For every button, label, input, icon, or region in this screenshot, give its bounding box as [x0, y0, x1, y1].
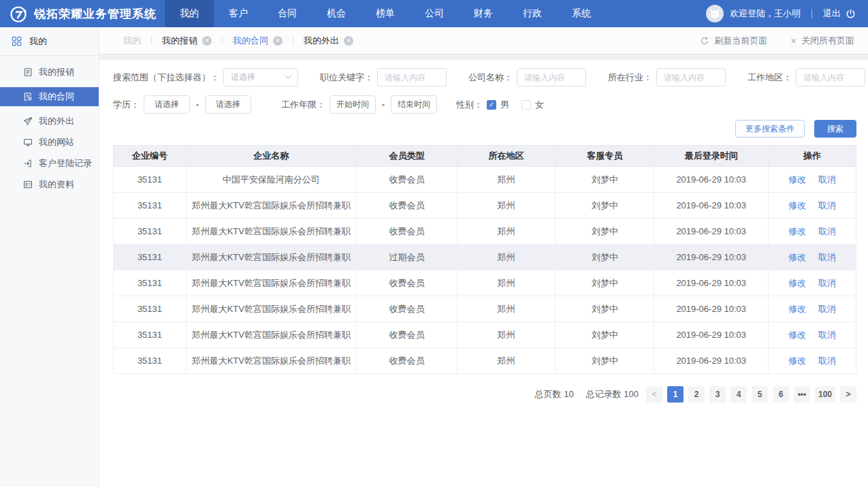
- logout-label: 退出: [823, 7, 841, 20]
- nav-item-3[interactable]: 机会: [312, 0, 361, 27]
- company-label: 公司名称：: [468, 72, 513, 84]
- actions-cell: 修改取消: [769, 167, 856, 193]
- tab-1[interactable]: 我的报销×: [152, 35, 222, 47]
- top-navbar: 锐拓荣耀业务管理系统 我的客户合同机会榜单公司财务行政系统 欢迎登陆，王小明 退…: [0, 0, 868, 27]
- table-row[interactable]: 35131郑州最大KTV乾宫国际娱乐会所招聘兼职收费会员郑州刘梦中2019-06…: [114, 348, 856, 374]
- page-button-4[interactable]: 4: [730, 386, 747, 403]
- total-records: 总记录数 100: [586, 388, 639, 400]
- close-all-button[interactable]: × 关闭所有页面: [790, 35, 854, 47]
- edit-link[interactable]: 修改: [788, 278, 806, 288]
- sidebar-item-0[interactable]: 我的报销: [0, 63, 99, 81]
- member-type-cell: 收费会员: [356, 348, 457, 374]
- edit-link[interactable]: 修改: [788, 330, 806, 340]
- cancel-link[interactable]: 取消: [818, 356, 836, 366]
- keyword-input[interactable]: [377, 68, 447, 87]
- edit-link[interactable]: 修改: [788, 226, 806, 236]
- refresh-icon: [700, 36, 709, 46]
- sidebar-item-1[interactable]: 我的合同: [0, 87, 99, 106]
- tab-3[interactable]: 我的外出×: [293, 35, 364, 47]
- nav-item-6[interactable]: 财务: [459, 0, 508, 27]
- last-login-cell: 2019-06-29 10:03: [654, 167, 769, 193]
- sidebar-item-3[interactable]: 我的网站: [0, 133, 99, 151]
- sidebar-item-2[interactable]: 我的外出: [0, 112, 99, 130]
- education-to-select[interactable]: 请选择: [205, 95, 251, 114]
- industry-input[interactable]: [656, 68, 726, 87]
- education-from-select[interactable]: 请选择: [144, 95, 190, 114]
- actions-cell: 修改取消: [769, 193, 856, 219]
- page-button-2[interactable]: 2: [688, 386, 705, 403]
- tab-actions: 刷新当前页面 × 关闭所有页面: [700, 35, 854, 47]
- prev-page-button[interactable]: <: [646, 386, 662, 403]
- sidebar-menu: 我的报销我的合同我的外出我的网站客户登陆记录我的资料: [0, 56, 99, 193]
- region-input[interactable]: [796, 68, 865, 87]
- nav-item-2[interactable]: 合同: [263, 0, 312, 27]
- nav-item-7[interactable]: 行政: [508, 0, 557, 27]
- tab-2[interactable]: 我的合同×: [223, 35, 293, 47]
- agent-cell: 刘梦中: [556, 348, 654, 374]
- nav-item-4[interactable]: 榜单: [361, 0, 410, 27]
- company-input[interactable]: [517, 68, 586, 87]
- next-page-button[interactable]: >: [840, 386, 856, 403]
- company-id-cell: 35131: [114, 296, 187, 322]
- page-button-1[interactable]: 1: [667, 386, 684, 403]
- content-divider-band: [99, 54, 868, 60]
- tab-label: 我的: [123, 35, 141, 47]
- page-ellipsis-button[interactable]: •••: [794, 386, 810, 403]
- plane-icon: [23, 116, 33, 126]
- end-time-picker[interactable]: 结束时间: [391, 95, 437, 114]
- more-filters-button[interactable]: 更多搜索条件: [735, 120, 805, 138]
- table-row[interactable]: 35131郑州最大KTV乾宫国际娱乐会所招聘兼职收费会员郑州刘梦中2019-06…: [114, 270, 856, 296]
- table-row[interactable]: 35131郑州最大KTV乾宫国际娱乐会所招聘兼职收费会员郑州刘梦中2019-06…: [114, 219, 856, 245]
- edit-link[interactable]: 修改: [788, 174, 806, 185]
- cancel-link[interactable]: 取消: [818, 200, 836, 210]
- nav-item-1[interactable]: 客户: [214, 0, 263, 27]
- page-button-6[interactable]: 6: [773, 386, 789, 403]
- cancel-link[interactable]: 取消: [818, 330, 836, 340]
- table-row[interactable]: 35131郑州最大KTV乾宫国际娱乐会所招聘兼职收费会员郑州刘梦中2019-06…: [114, 193, 856, 219]
- chevron-down-icon: [285, 72, 292, 79]
- sidebar-header[interactable]: 我的: [0, 27, 99, 56]
- tab-close-icon[interactable]: ×: [344, 36, 353, 46]
- column-header: 所在地区: [457, 146, 556, 167]
- column-header: 客服专员: [556, 146, 654, 167]
- cancel-link[interactable]: 取消: [818, 174, 836, 185]
- logout-button[interactable]: 退出: [823, 7, 856, 20]
- table-row[interactable]: 35131郑州最大KTV乾宫国际娱乐会所招聘兼职收费会员郑州刘梦中2019-06…: [114, 296, 856, 322]
- page-button-5[interactable]: 5: [752, 386, 768, 403]
- nav-item-5[interactable]: 公司: [410, 0, 459, 27]
- page-button-100[interactable]: 100: [815, 386, 835, 403]
- actions-cell: 修改取消: [769, 348, 856, 374]
- nav-item-8[interactable]: 系统: [557, 0, 606, 27]
- edit-link[interactable]: 修改: [788, 304, 806, 314]
- sidebar-item-5[interactable]: 我的资料: [0, 176, 99, 193]
- start-time-picker[interactable]: 开始时间: [329, 95, 376, 114]
- company-field: 公司名称：: [468, 68, 586, 87]
- region-cell: 郑州: [457, 219, 556, 245]
- gender-field: 性别： ✓ 男 女: [456, 99, 556, 111]
- edit-link[interactable]: 修改: [788, 356, 806, 366]
- cancel-link[interactable]: 取消: [818, 304, 836, 314]
- table-row[interactable]: 35131郑州最大KTV乾宫国际娱乐会所招聘兼职收费会员郑州刘梦中2019-06…: [114, 322, 856, 348]
- search-button[interactable]: 搜索: [814, 120, 856, 138]
- edit-link[interactable]: 修改: [788, 252, 806, 262]
- gender-male-checkbox[interactable]: ✓: [487, 100, 496, 110]
- table-row[interactable]: 35131郑州最大KTV乾宫国际娱乐会所招聘兼职过期会员郑州刘梦中2019-06…: [114, 245, 856, 270]
- tab-close-icon[interactable]: ×: [202, 36, 212, 46]
- cancel-link[interactable]: 取消: [818, 226, 836, 236]
- nav-item-0[interactable]: 我的: [165, 0, 214, 27]
- gender-female-checkbox[interactable]: [521, 100, 531, 110]
- tab-0[interactable]: 我的: [113, 35, 151, 47]
- app-logo-icon: [10, 5, 28, 23]
- sidebar-item-4[interactable]: 客户登陆记录: [0, 155, 99, 172]
- refresh-page-button[interactable]: 刷新当前页面: [700, 35, 767, 47]
- tab-close-icon[interactable]: ×: [273, 36, 283, 46]
- gender-female-label: 女: [535, 99, 544, 111]
- avatar[interactable]: [706, 5, 724, 22]
- table-row[interactable]: 35131中国平安保险河南分公司收费会员郑州刘梦中2019-06-29 10:0…: [114, 167, 856, 193]
- cancel-link[interactable]: 取消: [818, 252, 836, 262]
- edit-link[interactable]: 修改: [788, 200, 806, 210]
- cancel-link[interactable]: 取消: [818, 278, 836, 288]
- page-button-3[interactable]: 3: [709, 386, 726, 403]
- search-actions: 更多搜索条件 搜索: [113, 120, 856, 138]
- search-scope-select[interactable]: 请选择: [223, 68, 298, 87]
